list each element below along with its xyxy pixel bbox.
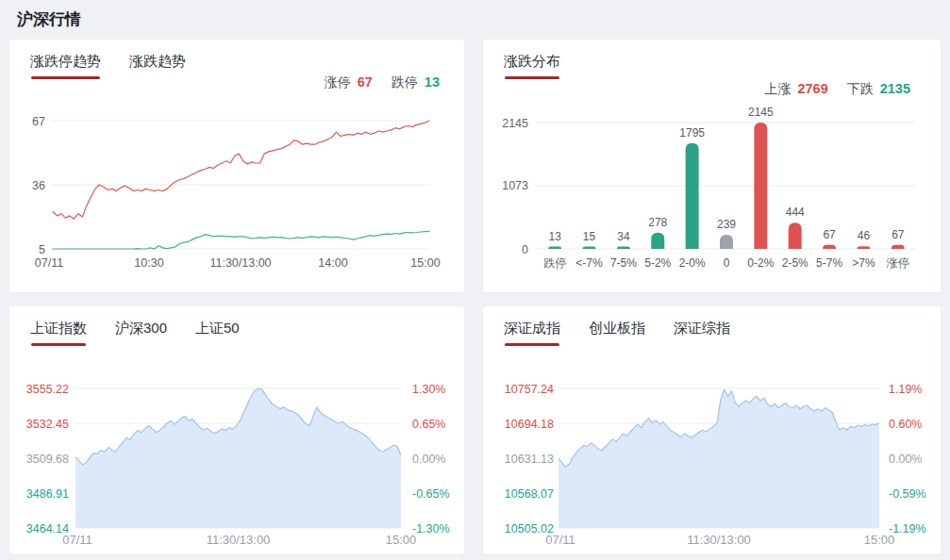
svg-text:34: 34 <box>617 230 630 243</box>
svg-text:3555.22: 3555.22 <box>26 383 69 396</box>
svg-text:10757.24: 10757.24 <box>505 383 554 396</box>
svg-text:67: 67 <box>32 115 45 128</box>
panel-distribution: 涨跌分布 上涨 2769 下跌 2135 21451073013跌停15<-7%… <box>483 40 941 292</box>
svg-text:444: 444 <box>786 206 805 219</box>
svg-text:-0.59%: -0.59% <box>889 487 926 501</box>
svg-text:15:00: 15:00 <box>386 533 417 547</box>
svg-text:0.00%: 0.00% <box>412 453 445 466</box>
tab-distribution[interactable]: 涨跌分布 <box>504 53 560 79</box>
svg-text:10631.13: 10631.13 <box>505 453 554 466</box>
svg-text:07/11: 07/11 <box>62 533 92 547</box>
tab-sse-composite[interactable]: 上证指数 <box>30 320 87 346</box>
svg-text:<-7%: <-7% <box>575 256 603 270</box>
svg-text:10568.07: 10568.07 <box>505 487 554 501</box>
svg-text:1073: 1073 <box>502 179 528 192</box>
sh-index-tabs: 上证指数 沪深300 上证50 <box>30 320 240 346</box>
svg-text:15:00: 15:00 <box>864 533 895 547</box>
tab-updown-trend[interactable]: 涨跌趋势 <box>129 53 186 79</box>
svg-text:2145: 2145 <box>748 106 774 119</box>
svg-text:15: 15 <box>583 230 596 243</box>
svg-text:13: 13 <box>549 230 562 243</box>
limit-up-value: 67 <box>358 74 373 90</box>
svg-text:07/11: 07/11 <box>35 256 63 270</box>
advancers-label: 上涨 <box>764 81 791 98</box>
svg-text:67: 67 <box>892 228 905 241</box>
limit-down-label: 跌停 <box>392 74 418 91</box>
distribution-tabs: 涨跌分布 <box>504 53 560 79</box>
page-title: 沪深行情 <box>17 8 81 30</box>
svg-text:46: 46 <box>858 229 871 242</box>
svg-text:0.60%: 0.60% <box>889 418 922 431</box>
svg-text:-1.30%: -1.30% <box>412 522 450 535</box>
svg-text:10:30: 10:30 <box>134 256 163 270</box>
limit-up-label: 涨停 <box>325 74 351 91</box>
svg-text:0.00%: 0.00% <box>889 453 922 466</box>
tab-limit-updown-trend[interactable]: 涨跌停趋势 <box>30 53 101 79</box>
svg-text:3509.68: 3509.68 <box>26 453 69 466</box>
svg-text:7-5%: 7-5% <box>610 256 637 270</box>
tab-csi300[interactable]: 沪深300 <box>115 320 167 346</box>
limit-down-legend-item: 跌停 13 <box>392 74 440 91</box>
svg-text:36: 36 <box>32 179 45 192</box>
svg-text:2-5%: 2-5% <box>782 256 808 270</box>
svg-text:2145: 2145 <box>502 117 528 130</box>
panel-sh-index: 上证指数 沪深300 上证50 3555.221.30%3532.450.65%… <box>9 306 464 554</box>
limit-down-value: 13 <box>425 74 440 90</box>
advancers-value: 2769 <box>797 81 827 96</box>
svg-text:10694.18: 10694.18 <box>505 418 554 431</box>
svg-text:15:00: 15:00 <box>410 256 440 270</box>
tab-szse-component[interactable]: 深证成指 <box>504 320 560 346</box>
svg-text:1.19%: 1.19% <box>889 383 922 396</box>
svg-text:1795: 1795 <box>679 126 705 140</box>
svg-text:0-2%: 0-2% <box>747 256 774 270</box>
svg-text:67: 67 <box>823 228 836 241</box>
limit-trend-legend: 涨停 67 跌停 13 <box>325 74 440 91</box>
svg-text:>7%: >7% <box>852 256 875 270</box>
svg-text:0: 0 <box>522 243 528 256</box>
svg-text:跌停: 跌停 <box>543 256 566 270</box>
svg-text:-0.65%: -0.65% <box>412 487 450 501</box>
svg-text:1.30%: 1.30% <box>412 383 445 396</box>
svg-text:5-2%: 5-2% <box>644 256 671 270</box>
svg-text:0: 0 <box>724 256 730 270</box>
svg-text:11:30/13:00: 11:30/13:00 <box>207 533 271 547</box>
svg-text:11:30/13:00: 11:30/13:00 <box>687 533 751 547</box>
limit-trend-tabs: 涨跌停趋势 涨跌趋势 <box>30 53 186 79</box>
decliners-label: 下跌 <box>847 81 874 98</box>
svg-text:239: 239 <box>717 218 736 231</box>
svg-text:07/11: 07/11 <box>545 533 575 547</box>
distribution-legend: 上涨 2769 下跌 2135 <box>764 81 910 98</box>
svg-text:5: 5 <box>39 243 45 256</box>
tab-szse-composite[interactable]: 深证综指 <box>674 320 730 346</box>
decliners-legend-item: 下跌 2135 <box>847 81 910 98</box>
svg-text:0.65%: 0.65% <box>412 418 445 431</box>
svg-text:3486.91: 3486.91 <box>26 487 69 501</box>
svg-text:涨停: 涨停 <box>886 256 909 270</box>
panel-sz-index: 深证成指 创业板指 深证综指 10757.241.19%10694.180.60… <box>483 306 941 554</box>
panel-limit-trend: 涨跌停趋势 涨跌趋势 涨停 67 跌停 13 6736507/1110:3011… <box>9 40 464 292</box>
tab-sse50[interactable]: 上证50 <box>195 320 240 346</box>
sz-index-tabs: 深证成指 创业板指 深证综指 <box>504 320 730 346</box>
svg-text:2-0%: 2-0% <box>679 256 706 270</box>
svg-text:5-7%: 5-7% <box>816 256 842 270</box>
limit-up-legend-item: 涨停 67 <box>325 74 373 91</box>
decliners-value: 2135 <box>880 81 910 96</box>
svg-text:278: 278 <box>648 216 667 229</box>
tab-chinext[interactable]: 创业板指 <box>589 320 645 346</box>
advancers-legend-item: 上涨 2769 <box>764 81 827 98</box>
svg-text:14:00: 14:00 <box>318 256 347 270</box>
svg-text:3532.45: 3532.45 <box>26 418 69 431</box>
svg-text:11:30/13:00: 11:30/13:00 <box>209 256 271 270</box>
